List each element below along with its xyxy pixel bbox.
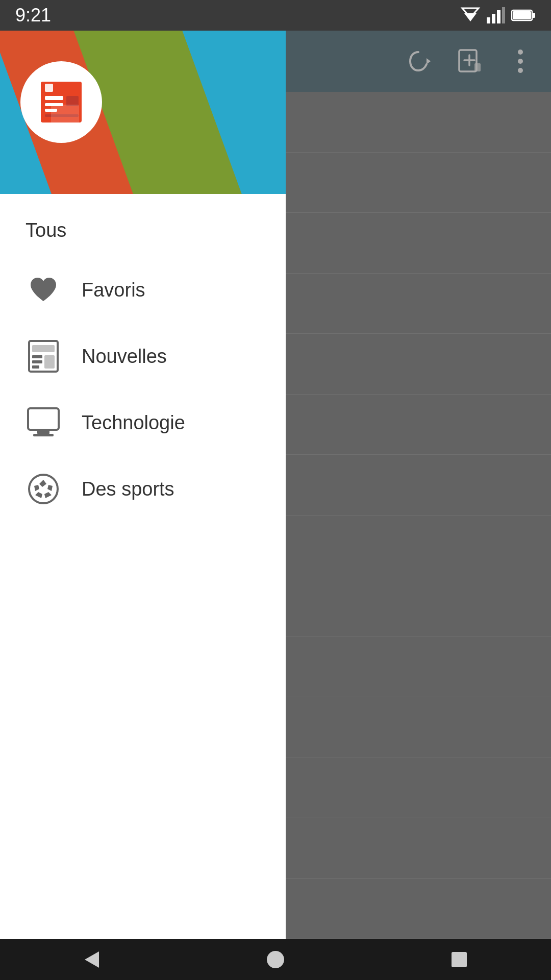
- content-row: [286, 516, 551, 576]
- svg-rect-8: [513, 11, 531, 19]
- wifi-icon: [460, 7, 481, 23]
- right-panel: [286, 31, 551, 939]
- nouvelles-icon: [26, 338, 61, 374]
- newspaper-logo-icon: [36, 77, 87, 128]
- menu-label-favoris: Favoris: [82, 279, 145, 301]
- status-icons: [460, 7, 536, 23]
- content-rows: [286, 92, 551, 939]
- bottom-nav: [0, 939, 551, 980]
- svg-marker-31: [44, 492, 52, 498]
- content-row: [286, 818, 551, 879]
- drawer-header: [0, 31, 286, 194]
- content-row: [286, 576, 551, 637]
- content-row: [286, 92, 551, 153]
- svg-rect-21: [32, 360, 42, 363]
- svg-rect-11: [45, 96, 63, 100]
- content-row: [286, 879, 551, 940]
- content-row: [286, 636, 551, 697]
- heart-icon: [26, 272, 61, 308]
- svg-rect-26: [33, 434, 54, 436]
- content-row: [286, 153, 551, 213]
- svg-rect-25: [37, 430, 49, 434]
- home-button[interactable]: [250, 944, 301, 975]
- status-bar: 9:21: [0, 0, 551, 31]
- svg-rect-23: [44, 355, 55, 369]
- content-row: [286, 213, 551, 274]
- svg-rect-24: [28, 408, 59, 430]
- back-button[interactable]: [66, 944, 117, 975]
- svg-rect-2: [487, 17, 490, 23]
- svg-point-42: [267, 951, 284, 968]
- svg-marker-28: [39, 480, 46, 487]
- svg-rect-7: [532, 13, 535, 18]
- menu-item-des-sports[interactable]: Des sports: [0, 456, 286, 522]
- soccer-icon: [26, 471, 61, 507]
- content-row: [286, 757, 551, 818]
- content-row: [286, 697, 551, 758]
- drawer: Tous Favoris: [0, 31, 286, 939]
- menu-item-favoris[interactable]: Favoris: [0, 257, 286, 323]
- svg-point-39: [518, 59, 523, 64]
- menu-label-technologie: Technologie: [82, 412, 185, 434]
- drawer-menu: Tous Favoris: [0, 194, 286, 939]
- menu-item-technologie[interactable]: Technologie: [0, 389, 286, 456]
- more-button[interactable]: [505, 46, 536, 77]
- signal-icon: [487, 7, 505, 23]
- right-toolbar: [286, 31, 551, 92]
- svg-marker-29: [34, 485, 39, 491]
- content-row: [286, 274, 551, 334]
- svg-rect-4: [497, 10, 500, 23]
- recent-button[interactable]: [434, 944, 485, 975]
- svg-rect-5: [502, 7, 505, 23]
- svg-marker-41: [85, 951, 99, 968]
- svg-rect-14: [45, 84, 53, 92]
- svg-point-40: [518, 68, 523, 73]
- battery-icon: [511, 8, 536, 22]
- svg-rect-17: [51, 105, 79, 124]
- content-row: [286, 455, 551, 516]
- svg-rect-22: [32, 365, 39, 369]
- svg-marker-30: [35, 492, 42, 498]
- add-button[interactable]: [454, 46, 485, 77]
- menu-item-tous[interactable]: Tous: [0, 204, 286, 257]
- svg-rect-37: [474, 63, 481, 71]
- app-logo: [20, 61, 102, 143]
- svg-point-27: [29, 475, 58, 503]
- svg-rect-43: [452, 952, 467, 967]
- svg-rect-19: [32, 345, 55, 352]
- menu-label-tous: Tous: [26, 219, 66, 241]
- menu-label-des-sports: Des sports: [82, 478, 174, 500]
- svg-rect-3: [492, 14, 495, 23]
- main-layout: Tous Favoris: [0, 31, 551, 939]
- refresh-button[interactable]: [403, 46, 434, 77]
- content-row: [286, 395, 551, 455]
- content-row: [286, 334, 551, 395]
- svg-rect-20: [32, 355, 42, 358]
- menu-item-nouvelles[interactable]: Nouvelles: [0, 323, 286, 389]
- monitor-icon: [26, 405, 61, 440]
- status-time: 9:21: [15, 5, 51, 26]
- svg-marker-33: [427, 58, 431, 64]
- menu-label-nouvelles: Nouvelles: [82, 346, 167, 368]
- svg-marker-32: [47, 485, 53, 491]
- svg-point-38: [518, 50, 523, 55]
